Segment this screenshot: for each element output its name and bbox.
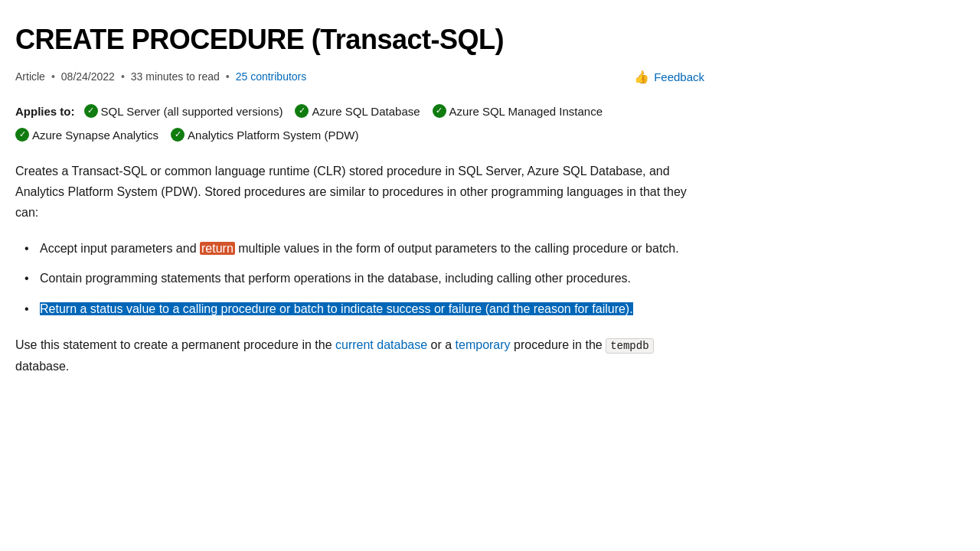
list-item-3: Return a status value to a calling proce… [31, 298, 704, 319]
article-meta: Article • 08/24/2022 • 33 minutes to rea… [15, 68, 704, 85]
tempdb-code: tempdb [606, 338, 653, 354]
check-icon-1: ✓ [84, 104, 98, 118]
read-time: 33 minutes to read [131, 68, 220, 85]
bottom-text-end: database. [15, 360, 69, 373]
check-icon-5: ✓ [171, 128, 185, 142]
list-item-1-prefix: Accept input parameters and [40, 242, 200, 255]
meta-sep-1: • [51, 68, 55, 85]
article-date: 08/24/2022 [61, 68, 115, 85]
thumbs-up-icon: 👍 [634, 70, 649, 84]
applies-item-pdw-text: Analytics Platform System (PDW) [188, 125, 358, 145]
applies-item-synapse-text: Azure Synapse Analytics [32, 125, 158, 145]
feedback-button[interactable]: 👍 Feedback [634, 70, 704, 84]
description-text: Creates a Transact-SQL or common languag… [15, 161, 704, 223]
list-item-2: Contain programming statements that perf… [31, 268, 704, 289]
check-icon-4: ✓ [15, 128, 29, 142]
list-section: Accept input parameters and return multi… [15, 238, 704, 319]
applies-item-azure-sql-db-text: Azure SQL Database [312, 101, 420, 122]
feedback-label: Feedback [654, 70, 704, 83]
check-icon-2: ✓ [295, 104, 309, 118]
check-icon-3: ✓ [433, 104, 446, 118]
meta-sep-2: • [121, 68, 125, 85]
page-title: CREATE PROCEDURE (Transact-SQL) [15, 23, 704, 56]
applies-to-label: Applies to: [15, 101, 75, 122]
return-highlight: return [200, 242, 235, 255]
bottom-text: Use this statement to create a permanent… [15, 334, 704, 377]
article-type: Article [15, 68, 45, 85]
list-item-1-suffix: multiple values in the form of output pa… [235, 242, 679, 255]
temporary-link[interactable]: temporary [456, 338, 511, 351]
applies-row-1: Applies to: ✓ SQL Server (all supported … [15, 101, 704, 122]
applies-item-synapse: ✓ Azure Synapse Analytics [15, 125, 158, 145]
applies-item-azure-sql-mi: ✓ Azure SQL Managed Instance [433, 101, 603, 122]
page-container: CREATE PROCEDURE (Transact-SQL) Article … [0, 0, 735, 399]
contributors-link[interactable]: 25 contributors [236, 68, 307, 85]
applies-item-sql-server-text: SQL Server (all supported versions) [101, 101, 283, 122]
current-database-link[interactable]: current database [335, 338, 427, 351]
meta-left: Article • 08/24/2022 • 33 minutes to rea… [15, 68, 306, 85]
applies-item-azure-sql-mi-text: Azure SQL Managed Instance [449, 101, 603, 122]
applies-item-sql-server: ✓ SQL Server (all supported versions) [84, 101, 283, 122]
bullet-list: Accept input parameters and return multi… [15, 238, 704, 319]
list-item-2-text: Contain programming statements that perf… [40, 272, 631, 285]
applies-item-pdw: ✓ Analytics Platform System (PDW) [171, 125, 358, 145]
applies-item-azure-sql-db: ✓ Azure SQL Database [295, 101, 420, 122]
meta-sep-3: • [226, 68, 230, 85]
applies-row-2: ✓ Azure Synapse Analytics ✓ Analytics Pl… [15, 125, 704, 145]
bottom-text-suffix: procedure in the [511, 338, 606, 351]
list-item-1: Accept input parameters and return multi… [31, 238, 704, 259]
applies-to-section: Applies to: ✓ SQL Server (all supported … [15, 101, 704, 145]
list-item-3-selected: Return a status value to a calling proce… [40, 302, 633, 315]
bottom-text-middle: or a [427, 338, 455, 351]
bottom-text-prefix: Use this statement to create a permanent… [15, 338, 335, 351]
